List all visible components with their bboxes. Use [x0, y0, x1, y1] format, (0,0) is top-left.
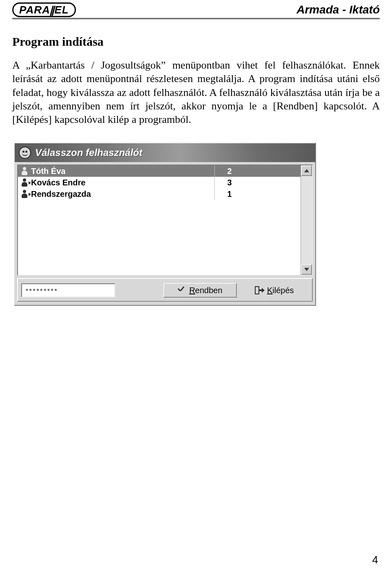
chevron-up-icon	[304, 169, 309, 172]
dialog-title: Válasszon felhasználót	[35, 147, 143, 158]
user-number: 1	[217, 189, 242, 199]
list-scrollbar[interactable]	[301, 165, 312, 275]
brand-logo: PARA||EL	[12, 2, 76, 17]
user-name: Kovács Endre	[30, 178, 214, 187]
person-icon	[20, 167, 30, 175]
dialog-bottom-bar: ********* Rendben Kilépés	[17, 278, 313, 302]
body-paragraph: A „Karbantartás / Jogosultságok” menüpon…	[12, 58, 380, 126]
section-heading: Program indítása	[12, 35, 380, 49]
page-number: 4	[372, 554, 378, 566]
header-rule-inner	[12, 19, 380, 19]
user-row[interactable]: Tóth Éva 2	[18, 165, 301, 177]
scroll-track[interactable]	[301, 176, 312, 264]
user-row[interactable]: Rendszergazda 1	[18, 188, 301, 200]
exit-button-label: Kilépés	[267, 286, 294, 295]
check-icon	[178, 287, 185, 293]
user-number: 3	[217, 178, 242, 187]
dialog-titlebar: Válasszon felhasználót	[15, 143, 315, 162]
ok-button-label: Rendben	[189, 286, 222, 295]
user-number: 2	[217, 167, 242, 176]
exit-icon	[255, 286, 263, 294]
login-dialog: Válasszon felhasználót Tóth Éva 2 Kovács…	[14, 142, 316, 306]
smiley-icon	[19, 147, 31, 159]
user-name: Tóth Éva	[30, 167, 214, 176]
password-input[interactable]: *********	[21, 283, 115, 297]
ok-button[interactable]: Rendben	[163, 283, 237, 298]
user-list[interactable]: Tóth Éva 2 Kovács Endre 3 Re	[18, 165, 301, 275]
logo-text-right: EL	[54, 4, 69, 15]
header-rule	[12, 18, 380, 18]
user-name: Rendszergazda	[30, 189, 214, 199]
document-title: Armada - Iktató	[296, 3, 380, 17]
chevron-down-icon	[304, 268, 309, 271]
person-arrow-icon	[20, 178, 30, 187]
scroll-down-button[interactable]	[301, 264, 312, 275]
logo-text-left: PARA	[19, 4, 50, 15]
person-arrow-icon	[20, 190, 30, 198]
user-list-panel: Tóth Éva 2 Kovács Endre 3 Re	[17, 165, 313, 276]
scroll-up-button[interactable]	[301, 165, 312, 176]
user-row[interactable]: Kovács Endre 3	[18, 177, 301, 188]
login-dialog-figure: Válasszon felhasználót Tóth Éva 2 Kovács…	[14, 142, 316, 306]
page-header: PARA||EL Armada - Iktató	[12, 0, 380, 17]
exit-button[interactable]: Kilépés	[247, 283, 309, 298]
